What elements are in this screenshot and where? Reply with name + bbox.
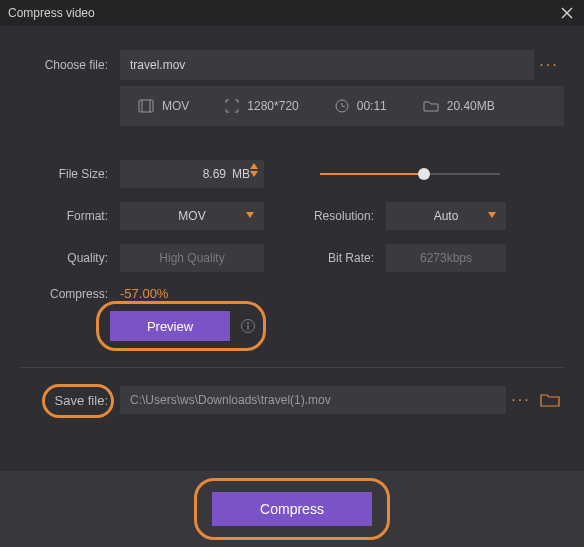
svg-rect-12 xyxy=(247,325,248,330)
quality-label: Quality: xyxy=(20,251,120,265)
choose-file-label: Choose file: xyxy=(20,58,120,72)
info-size: 20.40MB xyxy=(423,99,495,113)
info-icon[interactable] xyxy=(240,318,256,334)
slider-thumb[interactable] xyxy=(418,168,430,180)
window-title: Compress video xyxy=(8,6,95,20)
format-label: Format: xyxy=(20,209,120,223)
chevron-down-icon xyxy=(246,212,254,218)
choose-file-value: travel.mov xyxy=(130,58,185,72)
compress-percentage: -57.00% xyxy=(120,286,168,301)
info-duration: 00:11 xyxy=(335,99,387,113)
compress-video-dialog: Compress video Choose file: travel.mov ·… xyxy=(0,0,584,547)
folder-open-icon xyxy=(540,392,560,408)
filesize-unit: MB xyxy=(232,167,264,181)
resolution-label: Resolution: xyxy=(300,209,386,223)
filesize-value: 8.69 xyxy=(120,167,232,181)
bitrate-value: 6273kbps xyxy=(386,244,506,272)
preview-button[interactable]: Preview xyxy=(110,311,230,341)
bitrate-label: Bit Rate: xyxy=(300,251,386,265)
save-path-input[interactable]: C:\Users\ws\Downloads\travel(1).mov xyxy=(120,386,506,414)
resolution-select[interactable]: Auto xyxy=(386,202,506,230)
info-resolution: 1280*720 xyxy=(225,99,298,113)
chevron-down-icon xyxy=(488,212,496,218)
svg-rect-2 xyxy=(139,100,153,112)
film-icon xyxy=(138,99,154,113)
svg-point-11 xyxy=(247,322,249,324)
compress-button[interactable]: Compress xyxy=(212,492,372,526)
expand-icon xyxy=(225,99,239,113)
close-button[interactable] xyxy=(558,4,576,22)
svg-marker-6 xyxy=(250,163,258,169)
filesize-spinner[interactable]: 8.69 MB xyxy=(120,160,264,188)
file-info-strip: MOV 1280*720 00:11 20.40MB xyxy=(120,86,564,126)
folder-icon xyxy=(423,99,439,113)
close-icon xyxy=(560,6,574,20)
save-path-more-button[interactable]: ··· xyxy=(506,391,536,409)
open-folder-button[interactable] xyxy=(536,392,564,408)
filesize-label: File Size: xyxy=(20,167,120,181)
compress-label: Compress: xyxy=(20,287,120,301)
clock-icon xyxy=(335,99,349,113)
footer: Compress xyxy=(0,471,584,547)
save-path-value: C:\Users\ws\Downloads\travel(1).mov xyxy=(130,393,331,407)
spinner-down-icon[interactable] xyxy=(250,171,258,177)
svg-marker-8 xyxy=(246,212,254,218)
info-format: MOV xyxy=(138,99,189,113)
spinner-up-icon[interactable] xyxy=(250,163,258,169)
choose-file-more-button[interactable]: ··· xyxy=(534,56,564,74)
filesize-slider[interactable] xyxy=(320,168,500,180)
svg-marker-7 xyxy=(250,171,258,177)
format-select[interactable]: MOV xyxy=(120,202,264,230)
quality-value: High Quality xyxy=(120,244,264,272)
save-file-label: Save file: xyxy=(55,393,108,408)
divider xyxy=(20,367,564,368)
choose-file-input[interactable]: travel.mov xyxy=(120,50,534,80)
svg-marker-9 xyxy=(488,212,496,218)
titlebar: Compress video xyxy=(0,0,584,26)
